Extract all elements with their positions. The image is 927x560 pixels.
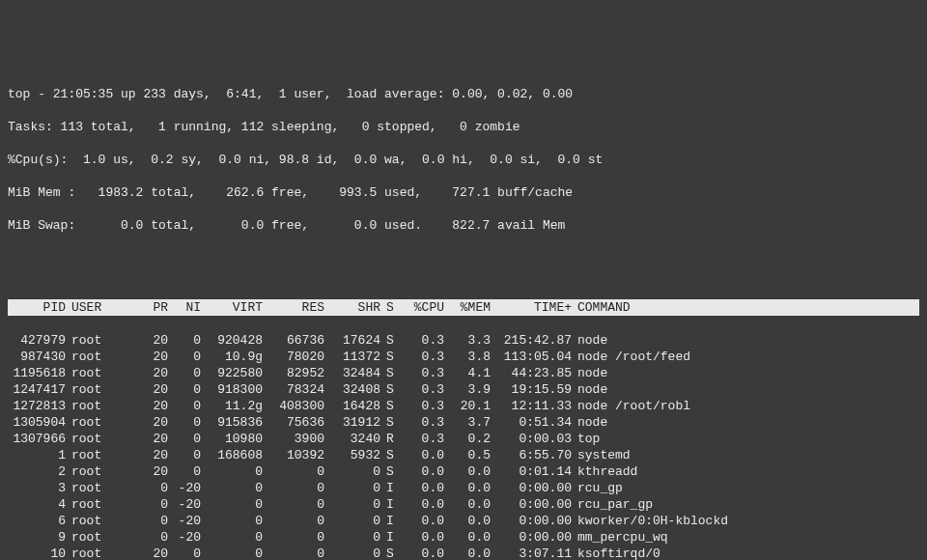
cell-shr: 0 [324, 513, 380, 529]
cell-cmd: node [572, 381, 607, 398]
process-row: 1272813root20011.2g40830016428S0.320.112… [8, 398, 919, 414]
cell-ni: 0 [168, 414, 201, 431]
cell-pr: 0 [135, 480, 168, 496]
summary-line-uptime: top - 21:05:35 up 233 days, 6:41, 1 user… [8, 86, 919, 102]
cell-pid: 9 [8, 529, 66, 546]
cell-user: root [66, 381, 135, 398]
cell-ni: 0 [168, 398, 201, 414]
process-row: 987430root20010.9g7802011372S0.33.8113:0… [8, 349, 919, 365]
col-header-mem[interactable]: %MEM [444, 299, 491, 316]
cell-pr: 20 [135, 365, 168, 381]
cell-virt: 0 [201, 496, 263, 513]
col-header-ni[interactable]: NI [168, 299, 201, 316]
cell-cmd: kworker/0:0H-kblockd [572, 513, 728, 529]
col-header-res[interactable]: RES [263, 299, 324, 316]
cell-user: root [66, 463, 135, 480]
cell-mem: 0.0 [444, 513, 491, 529]
cell-s: S [380, 381, 398, 398]
cell-mem: 0.0 [444, 480, 491, 496]
col-header-pid[interactable]: PID [8, 299, 66, 316]
cell-cmd: node [572, 414, 607, 431]
col-header-pr[interactable]: PR [135, 299, 168, 316]
cell-time: 0:00.00 [491, 529, 572, 546]
cell-time: 0:00.00 [491, 513, 572, 529]
cell-cmd: node [572, 365, 607, 381]
summary-line-swap: MiB Swap: 0.0 total, 0.0 free, 0.0 used.… [8, 217, 919, 234]
process-row: 1305904root2009158367563631912S0.33.70:5… [8, 414, 919, 431]
col-header-cpu[interactable]: %CPU [398, 299, 444, 316]
cell-shr: 31912 [324, 414, 380, 431]
cell-s: S [380, 447, 398, 463]
cell-shr: 0 [324, 529, 380, 546]
process-row: 1195618root2009225808295232484S0.34.144:… [8, 365, 919, 381]
cell-user: root [66, 332, 135, 349]
cell-mem: 20.1 [444, 398, 491, 414]
col-header-user[interactable]: USER [66, 299, 135, 316]
cell-pid: 3 [8, 480, 66, 496]
cell-time: 19:15.59 [491, 381, 572, 398]
cell-pid: 2 [8, 463, 66, 480]
process-row: 3root0-20000I0.00.00:00.00rcu_gp [8, 480, 919, 496]
process-table-header[interactable]: PIDUSERPRNIVIRTRESSHRS%CPU%MEMTIME+COMMA… [8, 299, 919, 316]
cell-ni: -20 [168, 529, 201, 546]
process-row: 10root200000S0.00.03:07.11ksoftirqd/0 [8, 546, 919, 560]
cell-user: root [66, 349, 135, 365]
cell-res: 78020 [263, 349, 324, 365]
cell-shr: 16428 [324, 398, 380, 414]
col-header-s[interactable]: S [380, 299, 398, 316]
process-row: 4root0-20000I0.00.00:00.00rcu_par_gp [8, 496, 919, 513]
process-row: 9root0-20000I0.00.00:00.00mm_percpu_wq [8, 529, 919, 546]
cell-virt: 0 [201, 513, 263, 529]
cell-virt: 920428 [201, 332, 263, 349]
cell-res: 0 [263, 529, 324, 546]
cell-s: S [380, 463, 398, 480]
cell-pr: 20 [135, 414, 168, 431]
cell-res: 0 [263, 546, 324, 560]
cell-pid: 1195618 [8, 365, 66, 381]
cell-res: 0 [263, 463, 324, 480]
cell-pid: 987430 [8, 349, 66, 365]
summary-line-cpu: %Cpu(s): 1.0 us, 0.2 sy, 0.0 ni, 98.8 id… [8, 152, 919, 168]
cell-virt: 168608 [201, 447, 263, 463]
cell-cpu: 0.3 [398, 381, 444, 398]
cell-user: root [66, 546, 135, 560]
cell-virt: 10980 [201, 431, 263, 447]
cell-s: I [380, 496, 398, 513]
cell-virt: 915836 [201, 414, 263, 431]
cell-user: root [66, 513, 135, 529]
col-header-cmd[interactable]: COMMAND [572, 299, 631, 316]
cell-ni: 0 [168, 332, 201, 349]
cell-pid: 10 [8, 546, 66, 560]
cell-res: 408300 [263, 398, 324, 414]
process-row: 1307966root2001098039003240R0.30.20:00.0… [8, 431, 919, 447]
cell-s: S [380, 349, 398, 365]
cell-cpu: 0.3 [398, 398, 444, 414]
cell-shr: 32484 [324, 365, 380, 381]
cell-cpu: 0.0 [398, 513, 444, 529]
cell-ni: -20 [168, 496, 201, 513]
cell-pid: 1307966 [8, 431, 66, 447]
col-header-shr[interactable]: SHR [324, 299, 380, 316]
cell-cpu: 0.0 [398, 529, 444, 546]
cell-ni: 0 [168, 381, 201, 398]
cell-time: 0:01.14 [491, 463, 572, 480]
cell-mem: 3.9 [444, 381, 491, 398]
process-row: 2root200000S0.00.00:01.14kthreadd [8, 463, 919, 480]
col-header-virt[interactable]: VIRT [201, 299, 263, 316]
cell-res: 75636 [263, 414, 324, 431]
cell-pr: 20 [135, 381, 168, 398]
cell-pid: 6 [8, 513, 66, 529]
cell-cpu: 0.0 [398, 546, 444, 560]
col-header-time[interactable]: TIME+ [491, 299, 572, 316]
cell-cpu: 0.0 [398, 480, 444, 496]
cell-time: 113:05.04 [491, 349, 572, 365]
cell-ni: 0 [168, 365, 201, 381]
cell-res: 66736 [263, 332, 324, 349]
cell-shr: 0 [324, 463, 380, 480]
cell-user: root [66, 480, 135, 496]
cell-mem: 0.2 [444, 431, 491, 447]
cell-cpu: 0.3 [398, 414, 444, 431]
cell-s: S [380, 332, 398, 349]
cell-pid: 1272813 [8, 398, 66, 414]
cell-cmd: node /root/robl [572, 398, 690, 414]
